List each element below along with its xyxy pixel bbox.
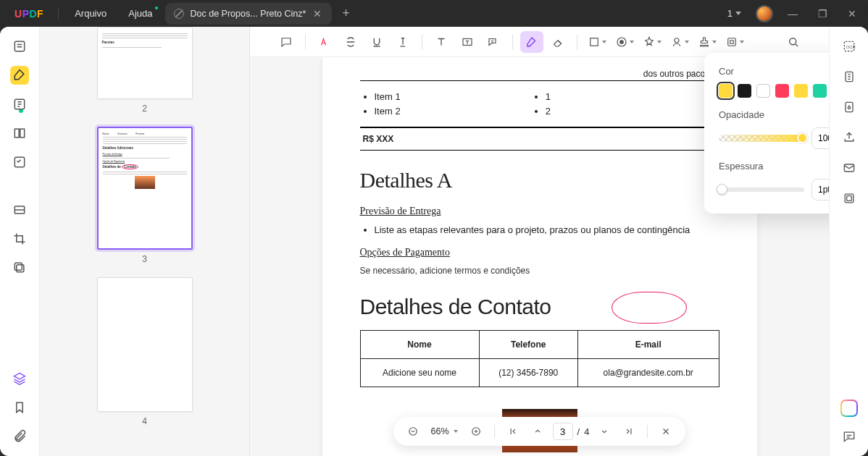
list-left: Item 1 Item 2 (360, 90, 401, 118)
user-avatar[interactable] (756, 5, 773, 22)
zoom-out-button[interactable] (404, 422, 422, 441)
thickness-slider[interactable] (719, 187, 804, 192)
first-page-button[interactable] (504, 422, 522, 441)
attachment-tool[interactable] (722, 31, 747, 53)
text-tool[interactable] (430, 31, 453, 53)
thumbnail-3[interactable]: BásicoEssencialPremium Detalhes Adiciona… (97, 127, 193, 250)
terms-text: Se necessário, adicione termos e condiçõ… (360, 264, 719, 277)
reader-mode-icon[interactable] (10, 37, 29, 56)
svg-rect-24 (846, 196, 851, 201)
copy-tool-icon[interactable] (10, 258, 29, 277)
eraser-tool[interactable] (546, 31, 569, 53)
signature-tool[interactable] (667, 31, 692, 53)
document-tab[interactable]: Doc de Propos... Preto Cinz* ✕ (165, 3, 332, 25)
svg-point-12 (675, 38, 679, 42)
slider-thumb[interactable] (797, 132, 808, 143)
squiggly-tool[interactable] (391, 31, 414, 53)
page-tools-icon[interactable] (10, 124, 29, 143)
prev-page-button[interactable] (528, 422, 547, 441)
strikethrough-tool[interactable] (339, 31, 362, 53)
app-logo: UPDF (6, 8, 52, 20)
callout-tool[interactable] (482, 31, 505, 53)
minimize-button[interactable]: — (782, 5, 804, 22)
next-page-button[interactable] (595, 422, 614, 441)
highlight-tool-icon[interactable] (10, 66, 29, 85)
opacity-slider[interactable] (719, 135, 804, 142)
swatch-white[interactable] (756, 84, 770, 98)
menu-file[interactable]: Arquivo (64, 4, 117, 23)
swatch-yellow-2[interactable] (794, 84, 808, 98)
opacity-value-dropdown[interactable]: 100% (811, 127, 829, 149)
close-bar-button[interactable] (656, 422, 675, 441)
layout-indicator[interactable]: 1 (722, 5, 747, 22)
list-item: Item 2 (375, 104, 401, 119)
chevron-down-icon (712, 41, 717, 43)
edit-text-icon[interactable] (10, 95, 29, 114)
list-item: Liste as etapas relevantes para o projet… (375, 223, 719, 237)
ai-assistant-icon[interactable] (840, 400, 858, 417)
thickness-value-dropdown[interactable]: 1pt (811, 179, 829, 200)
last-page-button[interactable] (619, 422, 638, 441)
chat-icon[interactable] (840, 427, 859, 446)
fragment-text: dos outros pacotes, (360, 67, 719, 80)
crop-tool-icon[interactable] (10, 229, 29, 248)
highlight-tool[interactable] (313, 31, 336, 53)
form-tool-icon[interactable] (10, 153, 29, 172)
tab-title: Doc de Propos... Preto Cinz* (190, 9, 306, 19)
email-icon[interactable] (840, 159, 859, 177)
opacity-label: Opacidade (719, 109, 829, 120)
batch-icon[interactable] (840, 189, 859, 208)
pencil-tool[interactable] (520, 31, 543, 53)
zoom-dropdown[interactable]: 66% (428, 426, 461, 436)
page-indicator: / 4 (553, 423, 590, 440)
attachment-icon[interactable] (10, 427, 29, 446)
stamp-approval-tool[interactable] (695, 31, 719, 53)
heading-payment: Opções de Pagamento (360, 245, 719, 260)
svg-point-21 (848, 106, 850, 109)
tab-close-button[interactable]: ✕ (312, 8, 323, 20)
page-total: 4 (584, 426, 589, 437)
share-icon[interactable] (840, 128, 859, 147)
swatch-yellow[interactable] (719, 84, 733, 98)
chevron-down-icon (740, 41, 744, 43)
bookmark-icon[interactable] (10, 398, 29, 417)
layout-value: 1 (727, 8, 733, 19)
heading-contact-word: Contato (477, 295, 551, 318)
compress-icon[interactable] (840, 67, 859, 86)
swatch-red[interactable] (775, 84, 789, 98)
shapes-tool[interactable] (585, 31, 609, 53)
svg-point-14 (789, 38, 796, 44)
sticker-tool[interactable] (640, 31, 664, 53)
thumbnail-4[interactable] (97, 277, 193, 412)
textbox-tool[interactable] (456, 31, 479, 53)
menu-help[interactable]: Ajuda (118, 4, 162, 23)
search-tool[interactable] (782, 31, 805, 53)
redact-tool-icon[interactable] (10, 200, 29, 219)
new-tab-button[interactable]: + (342, 6, 350, 21)
thickness-label: Espessura (719, 161, 829, 172)
contact-table: Nome Telefone E-mail Adicione seu nome (… (360, 330, 719, 387)
td-phone: (12) 3456-7890 (479, 358, 577, 387)
slider-thumb[interactable] (717, 184, 727, 195)
swatch-black[interactable] (738, 84, 751, 98)
swatch-teal[interactable] (813, 84, 827, 98)
protect-icon[interactable] (840, 98, 859, 117)
svg-text:OCR: OCR (846, 45, 855, 49)
td-name: Adicione seu nome (360, 358, 479, 387)
list-item: 1 (546, 90, 551, 104)
underline-tool[interactable] (365, 31, 388, 53)
stamp-tool[interactable] (612, 31, 637, 53)
close-window-button[interactable]: ✕ (842, 5, 862, 22)
maximize-button[interactable]: ❐ (812, 5, 833, 22)
comment-tool[interactable] (275, 31, 298, 53)
pencil-annotation[interactable] (612, 292, 687, 324)
heading-delivery: Previsão de Entrega (360, 203, 719, 219)
layers-icon[interactable] (10, 369, 29, 388)
list-item: Item 1 (375, 90, 401, 104)
heading-contact: Detalhes de Contato (360, 290, 719, 323)
thumbnail-2[interactable]: Pacotes (97, 27, 193, 99)
ocr-icon[interactable]: OCR (840, 37, 859, 56)
page-input[interactable] (553, 423, 573, 440)
zoom-in-button[interactable] (467, 422, 485, 441)
svg-rect-7 (14, 263, 22, 270)
